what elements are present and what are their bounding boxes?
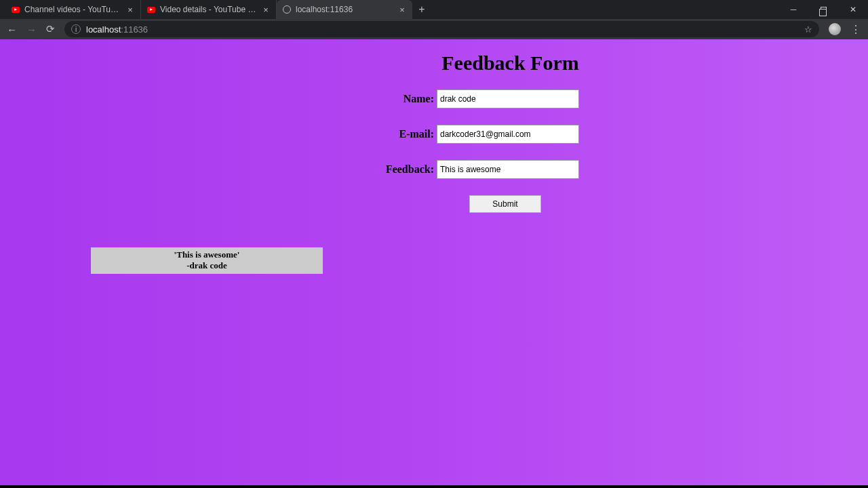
reload-button[interactable]: ⟳	[46, 23, 55, 35]
feedback-field[interactable]	[437, 160, 579, 179]
row-email: E-mail:	[373, 125, 868, 144]
feedback-card: 'This is awesome' -drak code	[91, 247, 323, 274]
tab-title: localhost:11636	[296, 5, 393, 14]
submit-button[interactable]: Submit	[469, 195, 541, 213]
profile-avatar[interactable]	[829, 23, 841, 35]
site-info-icon[interactable]: i	[71, 24, 81, 34]
close-window-button[interactable]: ✕	[838, 0, 868, 19]
feedback-quote: 'This is awesome'	[91, 249, 323, 260]
row-feedback: Feedback:	[373, 160, 868, 179]
page-viewport: Feedback Form Name: E-mail: Feedback: Su…	[0, 39, 868, 485]
email-label: E-mail:	[373, 128, 434, 140]
email-field[interactable]	[437, 125, 579, 144]
minimize-button[interactable]: ─	[778, 0, 808, 19]
maximize-button[interactable]	[808, 0, 838, 19]
name-label: Name:	[373, 93, 434, 105]
close-icon[interactable]: ×	[261, 5, 271, 15]
youtube-icon	[146, 5, 156, 14]
taskbar-edge	[0, 485, 868, 488]
close-icon[interactable]: ×	[397, 5, 407, 15]
omnibox[interactable]: i localhost:11636 ☆	[64, 21, 819, 37]
tab-youtube-channel[interactable]: Channel videos - YouTube Studio ×	[5, 0, 141, 19]
new-tab-button[interactable]: +	[412, 0, 431, 19]
tab-title: Video details - YouTube Studio	[160, 5, 257, 14]
youtube-icon	[11, 5, 20, 14]
tab-strip: Channel videos - YouTube Studio × Video …	[0, 0, 868, 19]
menu-icon[interactable]: ⋮	[850, 23, 861, 36]
tab-youtube-video[interactable]: Video details - YouTube Studio ×	[141, 0, 277, 19]
tab-title: Channel videos - YouTube Studio	[24, 5, 121, 14]
bookmark-icon[interactable]: ☆	[804, 24, 812, 35]
window-controls: ─ ✕	[778, 0, 868, 19]
feedback-author: -drak code	[91, 260, 323, 271]
address-bar: ← → ⟳ i localhost:11636 ☆ ⋮	[0, 19, 868, 39]
forward-button[interactable]: →	[26, 24, 37, 35]
row-name: Name:	[373, 89, 868, 108]
url-host: localhost:11636	[86, 24, 148, 35]
page-title: Feedback Form	[153, 52, 868, 75]
back-button[interactable]: ←	[7, 24, 17, 35]
feedback-label: Feedback:	[373, 163, 434, 176]
close-icon[interactable]: ×	[125, 5, 135, 15]
globe-icon	[282, 5, 292, 14]
name-field[interactable]	[437, 89, 579, 108]
tab-localhost[interactable]: localhost:11636 ×	[277, 0, 412, 19]
